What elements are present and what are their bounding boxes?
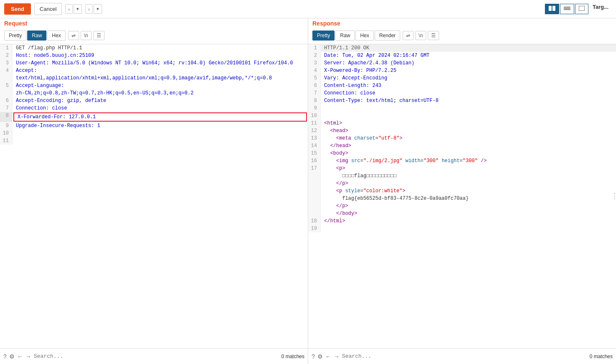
response-line-8: 8 Content-Type: text/html; charset=UTF-8 xyxy=(308,97,616,104)
response-line-9: 9 xyxy=(308,104,616,112)
request-line-11: 11 xyxy=(0,137,308,145)
response-code-area[interactable]: 1 HTTP/1.1 200 OK 2 Date: Tue, 02 Apr 20… xyxy=(308,44,616,348)
scroll-dot xyxy=(614,198,615,199)
view-list-button[interactable] xyxy=(560,4,574,14)
request-line-2: 2 Host: node5.buuoj.cn:25109 xyxy=(0,52,308,59)
nav-fwd-button[interactable]: › xyxy=(85,4,93,14)
response-format-icon[interactable]: ⇌ xyxy=(403,31,414,40)
request-line-4: 4 Accept: text/html,application/xhtml+xm… xyxy=(0,67,308,82)
svg-rect-1 xyxy=(552,6,555,11)
response-matches-label: 0 matches xyxy=(590,354,613,359)
response-line-4: 4 X-Powered-By: PHP/7.2.25 xyxy=(308,67,616,74)
request-line-7: 7 Connection: close xyxy=(0,104,308,112)
request-code-area[interactable]: 1 GET /flag.php HTTP/1.1 2 Host: node5.b… xyxy=(0,44,308,348)
response-line-10: 10 xyxy=(308,112,616,120)
response-search-panel: ? ⚙ ← → 0 matches xyxy=(308,349,616,364)
response-search-fwd-icon[interactable]: → xyxy=(334,353,340,360)
response-tab-bar: Pretty Raw Hex Render ⇌ \n ☰ xyxy=(308,27,616,44)
request-tab-raw[interactable]: Raw xyxy=(27,31,46,41)
response-line-6: 6 Content-Length: 243 xyxy=(308,82,616,89)
view-split-button[interactable] xyxy=(545,4,559,14)
response-line-15: 15 <body> xyxy=(308,150,616,157)
request-menu-icon[interactable]: ☰ xyxy=(93,31,105,40)
response-tab-hex[interactable]: Hex xyxy=(355,31,373,41)
request-line-8: 8 X-Forwarded-For: 127.0.0.1 xyxy=(0,112,308,122)
request-search-help-icon[interactable]: ? xyxy=(3,353,7,360)
bottom-bar: ? ⚙ ← → 0 matches ? ⚙ ← → 0 matches xyxy=(0,348,616,364)
request-newline-icon[interactable]: \n xyxy=(81,31,92,40)
request-search-back-icon[interactable]: ← xyxy=(17,353,23,360)
response-line-13: 13 <meta charset="utf-8"> xyxy=(308,135,616,142)
response-tab-pretty[interactable]: Pretty xyxy=(312,31,335,41)
scroll-dot xyxy=(614,196,615,197)
request-tab-hex[interactable]: Hex xyxy=(47,31,65,41)
request-title-row: Request xyxy=(0,18,308,27)
response-line-12: 12 <head> xyxy=(308,127,616,135)
request-line-1: 1 GET /flag.php HTTP/1.1 xyxy=(0,44,308,52)
response-line-18: 18 </html> xyxy=(308,217,616,225)
request-format-icon[interactable]: ⇌ xyxy=(68,31,79,40)
response-line-11: 11 <html> xyxy=(308,120,616,127)
response-tab-render[interactable]: Render xyxy=(375,31,400,41)
view-single-button[interactable] xyxy=(575,4,588,14)
svg-rect-0 xyxy=(549,6,552,11)
scroll-indicator xyxy=(613,44,616,348)
response-line-3: 3 Server: Apache/2.4.38 (Debian) xyxy=(308,59,616,67)
request-search-panel: ? ⚙ ← → 0 matches xyxy=(0,349,308,364)
response-line-19: 19 xyxy=(308,225,616,232)
response-toolbar-icons: ⇌ \n ☰ xyxy=(403,31,439,40)
request-line-6: 6 Accept-Encoding: gzip, deflate xyxy=(0,97,308,104)
response-line-16: 16 <img src="./img/2.jpg" width="300" he… xyxy=(308,157,616,165)
nav-back-button[interactable]: ‹ xyxy=(65,4,73,14)
main-content: Request Pretty Raw Hex ⇌ \n ☰ 1 GET /fla… xyxy=(0,18,616,348)
request-panel: Request Pretty Raw Hex ⇌ \n ☰ 1 GET /fla… xyxy=(0,18,308,348)
response-line-14: 14 </head> xyxy=(308,142,616,150)
response-line-17: 17 <p> □□□□flag□□□□□□□□□□ </p> <p style=… xyxy=(308,165,616,217)
nav-back-dropdown[interactable]: ▾ xyxy=(74,4,82,14)
response-menu-icon[interactable]: ☰ xyxy=(428,31,439,40)
response-panel: Response Pretty Raw Hex Render ⇌ \n ☰ 1 … xyxy=(308,18,616,348)
send-button[interactable]: Send xyxy=(4,3,31,15)
response-search-help-icon[interactable]: ? xyxy=(312,353,315,360)
request-line-5: 5 Accept-Language: zh-CN,zh;q=0.8,zh-TW;… xyxy=(0,82,308,97)
request-tab-pretty[interactable]: Pretty xyxy=(4,31,26,41)
nav-fwd-group: › ▾ xyxy=(85,4,102,14)
top-toolbar: Send Cancel ‹ ▾ › ▾ Targ... xyxy=(0,0,616,18)
target-label: Targ... xyxy=(593,4,608,14)
response-tab-raw[interactable]: Raw xyxy=(335,31,355,41)
response-search-settings-icon[interactable]: ⚙ xyxy=(317,353,323,360)
nav-back-group: ‹ ▾ xyxy=(65,4,82,14)
response-search-back-icon[interactable]: ← xyxy=(325,353,331,360)
response-line-1: 1 HTTP/1.1 200 OK xyxy=(308,44,616,52)
request-search-settings-icon[interactable]: ⚙ xyxy=(9,353,15,360)
request-search-input[interactable] xyxy=(34,353,279,359)
nav-fwd-dropdown[interactable]: ▾ xyxy=(94,4,102,14)
response-line-2: 2 Date: Tue, 02 Apr 2024 02:16:47 GMT xyxy=(308,52,616,59)
response-search-input[interactable] xyxy=(342,353,587,359)
view-toggle: Targ... xyxy=(545,4,608,14)
request-search-fwd-icon[interactable]: → xyxy=(26,353,31,360)
response-title-row: Response xyxy=(308,18,616,27)
response-line-5: 5 Vary: Accept-Encoding xyxy=(308,74,616,82)
response-newline-icon[interactable]: \n xyxy=(415,31,426,40)
request-toolbar-icons: ⇌ \n ☰ xyxy=(68,31,105,40)
request-line-10: 10 xyxy=(0,130,308,137)
request-line-3: 3 User-Agent: Mozilla/5.0 (Windows NT 10… xyxy=(0,59,308,67)
response-line-7: 7 Connection: close xyxy=(308,89,616,97)
svg-rect-5 xyxy=(579,6,585,11)
scroll-dot xyxy=(614,193,615,194)
request-line-9: 9 Upgrade-Insecure-Requests: 1 xyxy=(0,122,308,130)
request-tab-bar: Pretty Raw Hex ⇌ \n ☰ xyxy=(0,27,308,44)
cancel-button[interactable]: Cancel xyxy=(34,3,62,15)
request-matches-label: 0 matches xyxy=(281,354,304,359)
